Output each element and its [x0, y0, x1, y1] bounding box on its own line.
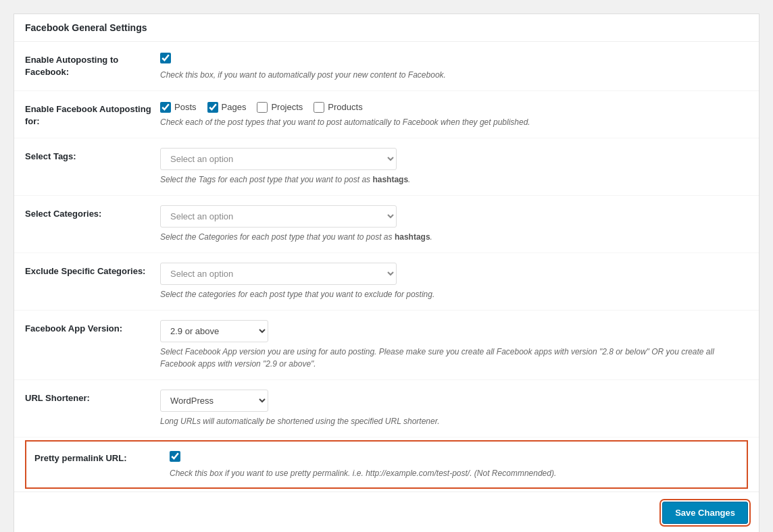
permalink-description: Check this box if you want to use pretty… — [170, 467, 739, 479]
app-version-description: Select Facebook App version you are usin… — [160, 346, 748, 370]
url-shortener-row: URL Shortener: WordPress Bitly None Long… — [14, 380, 759, 437]
cb-projects[interactable] — [257, 102, 268, 113]
tags-hashtag-bold: hashtags — [372, 175, 408, 184]
categories-hashtag-bold: hashtags — [395, 232, 430, 242]
permalink-content: Check this box if you want to use pretty… — [170, 450, 739, 479]
categories-description: Select the Categories for each post type… — [160, 231, 748, 243]
tags-select[interactable]: Select an option — [160, 148, 397, 170]
exclude-categories-label: Exclude Specific Categories: — [25, 263, 160, 277]
footer: Save Changes — [14, 491, 759, 532]
cb-pages-item: Pages — [207, 101, 247, 113]
autopost-for-label: Enable Facebook Autoposting for: — [25, 101, 160, 128]
autopost-label: Enable Autoposting to Facebook: — [25, 51, 160, 78]
url-shortener-label: URL Shortener: — [25, 390, 160, 404]
cb-pages-label: Pages — [222, 102, 247, 112]
tags-row: Select Tags: Select an option Select the… — [14, 138, 759, 196]
autopost-for-row: Enable Facebook Autoposting for: Posts P… — [14, 91, 759, 138]
exclude-categories-description: Select the categories for each post type… — [160, 288, 748, 300]
autopost-for-content: Posts Pages Projects Products C — [160, 101, 748, 128]
categories-select[interactable]: Select an option — [160, 205, 397, 228]
cb-projects-label: Projects — [271, 102, 303, 112]
cb-posts-item: Posts — [160, 101, 197, 113]
autopost-description: Check this box, if you want to automatic… — [160, 69, 748, 81]
cb-products[interactable] — [314, 102, 324, 113]
permalink-row-wrapper: Pretty permalink URL: Check this box if … — [25, 440, 748, 489]
cb-posts[interactable] — [160, 102, 171, 113]
permalink-label: Pretty permalink URL: — [34, 450, 170, 464]
autopost-for-checkboxes: Posts Pages Projects Products — [160, 101, 748, 113]
app-version-content: 2.9 or above 2.8 or below Select Faceboo… — [160, 320, 748, 370]
categories-label: Select Categories: — [25, 205, 160, 220]
cb-projects-item: Projects — [257, 101, 303, 113]
permalink-checkbox[interactable] — [170, 451, 180, 462]
save-button[interactable]: Save Changes — [662, 502, 748, 524]
tags-content: Select an option Select the Tags for eac… — [160, 148, 748, 186]
tags-description: Select the Tags for each post type that … — [160, 174, 748, 186]
exclude-categories-select[interactable]: Select an option — [160, 263, 397, 285]
autopost-row: Enable Autoposting to Facebook: Check th… — [14, 42, 759, 91]
cb-products-label: Products — [328, 102, 362, 112]
autopost-content: Check this box, if you want to automatic… — [160, 51, 748, 81]
exclude-categories-content: Select an option Select the categories f… — [160, 263, 748, 300]
exclude-categories-row: Exclude Specific Categories: Select an o… — [14, 253, 759, 311]
app-version-row: Facebook App Version: 2.9 or above 2.8 o… — [14, 311, 759, 380]
permalink-row: Pretty permalink URL: Check this box if … — [26, 442, 747, 487]
cb-posts-label: Posts — [174, 102, 197, 112]
url-shortener-description: Long URLs will automatically be shortene… — [160, 415, 748, 427]
url-shortener-select[interactable]: WordPress Bitly None — [160, 390, 268, 412]
url-shortener-content: WordPress Bitly None Long URLs will auto… — [160, 390, 748, 427]
cb-products-item: Products — [314, 101, 362, 113]
autopost-checkbox[interactable] — [160, 53, 171, 63]
tags-label: Select Tags: — [25, 148, 160, 163]
app-version-label: Facebook App Version: — [25, 320, 160, 335]
app-version-select[interactable]: 2.9 or above 2.8 or below — [160, 320, 268, 342]
categories-content: Select an option Select the Categories f… — [160, 205, 748, 243]
autopost-for-description: Check each of the post types that you wa… — [160, 116, 748, 128]
panel-title: Facebook General Settings — [14, 14, 759, 42]
cb-pages[interactable] — [207, 102, 218, 113]
categories-row: Select Categories: Select an option Sele… — [14, 196, 759, 253]
